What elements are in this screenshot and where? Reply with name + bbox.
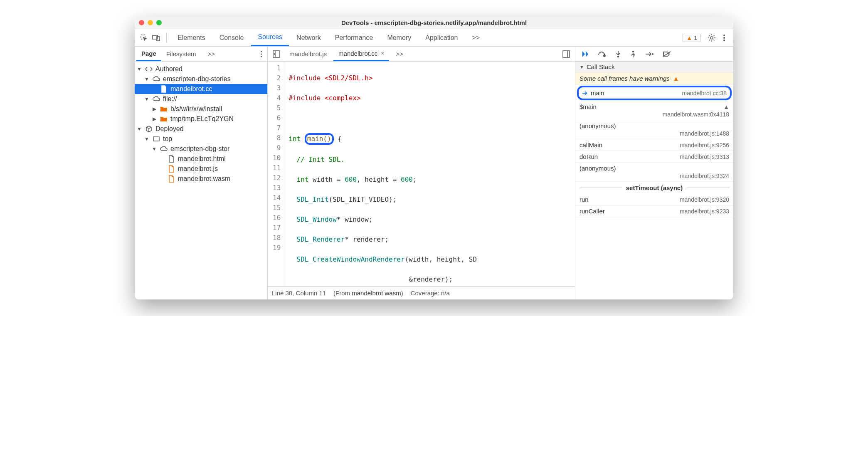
step-out-button[interactable] <box>630 50 636 58</box>
code-content: #include <SDL2/SDL.h> #include <complex>… <box>284 62 481 286</box>
inspect-icon[interactable] <box>138 34 150 42</box>
deactivate-breakpoints-button[interactable] <box>663 51 671 57</box>
navigator-tabs: Page Filesystem >> <box>135 47 267 62</box>
stack-frame[interactable]: (anonymous) mandelbrot.js:9324 <box>575 163 733 182</box>
frame-name: run <box>579 196 589 203</box>
tree-label: mandelbrot.js <box>178 165 218 173</box>
file-tabs-overflow[interactable]: >> <box>391 47 408 61</box>
file-icon <box>167 165 175 173</box>
tab-network[interactable]: Network <box>290 29 328 46</box>
tree-origin-authored[interactable]: ▼ emscripten-dbg-stories <box>135 74 267 84</box>
tree-frame-top[interactable]: ▼ top <box>135 134 267 144</box>
folder-icon <box>160 116 168 122</box>
kebab-menu-icon[interactable] <box>718 34 730 42</box>
tree-file-scheme[interactable]: ▼ file:// <box>135 94 267 104</box>
cursor-position: Line 38, Column 11 <box>272 289 326 297</box>
tab-performance[interactable]: Performance <box>328 29 380 46</box>
close-tab-icon[interactable]: × <box>381 50 384 57</box>
main-area: Page Filesystem >> ▼ Authored ▼ emscript… <box>135 47 733 299</box>
brackets-icon <box>145 66 153 72</box>
async-label: setTimeout (async) <box>626 184 683 191</box>
tree-origin-deployed[interactable]: ▼ emscripten-dbg-stor <box>135 144 267 154</box>
warning-text: Some call frames have warnings <box>579 75 670 82</box>
current-frame-arrow-icon: ➔ <box>582 89 587 97</box>
warning-icon: ▲ <box>723 104 729 110</box>
code-editor[interactable]: 12345678910111213141516171819 #include <… <box>268 62 575 286</box>
toggle-navigator-icon[interactable] <box>270 50 283 58</box>
frame-name: callMain <box>579 141 602 148</box>
tree-file-wasm[interactable]: mandelbrot.wasm <box>135 174 267 184</box>
stack-frame[interactable]: doRun mandelbrot.js:9313 <box>575 151 733 163</box>
svg-point-3 <box>710 37 713 39</box>
svg-point-17 <box>632 50 634 52</box>
tab-elements[interactable]: Elements <box>171 29 212 46</box>
tree-label: Deployed <box>155 125 184 133</box>
navigator-panel: Page Filesystem >> ▼ Authored ▼ emscript… <box>135 47 268 299</box>
editor-panel: mandelbrot.js mandelbrot.cc × >> 1234567… <box>268 47 575 299</box>
main-fn-highlight: main() <box>305 133 334 145</box>
frame-location: mandelbrot.js:9324 <box>680 173 729 179</box>
tree-label: b/s/w/ir/x/w/install <box>170 105 222 113</box>
tab-sources[interactable]: Sources <box>251 29 289 46</box>
file-tree: ▼ Authored ▼ emscripten-dbg-stories mand… <box>135 62 267 299</box>
nav-kebab-icon[interactable] <box>257 51 266 57</box>
tree-label: Authored <box>155 65 182 73</box>
toggle-debugger-icon[interactable] <box>560 50 572 58</box>
tree-file-js[interactable]: mandelbrot.js <box>135 164 267 174</box>
call-stack-header[interactable]: ▼ Call Stack <box>575 62 733 72</box>
stack-frame[interactable]: callMain mandelbrot.js:9256 <box>575 139 733 151</box>
tree-label: mandelbrot.wasm <box>178 175 230 183</box>
tabs-overflow[interactable]: >> <box>465 29 486 46</box>
stack-frame[interactable]: $main ▲ mandelbrot.wasm:0x4118 <box>575 101 733 120</box>
file-icon <box>167 155 175 163</box>
nav-tabs-overflow[interactable]: >> <box>203 47 220 61</box>
device-icon[interactable] <box>150 35 162 41</box>
tab-application[interactable]: Application <box>419 29 464 46</box>
svg-rect-2 <box>157 37 160 41</box>
settings-icon[interactable] <box>706 34 718 42</box>
frame-name: runCaller <box>579 208 605 215</box>
stack-frame[interactable]: run mandelbrot.js:9320 <box>575 194 733 205</box>
tree-folder-2[interactable]: ▶ tmp/tmp.ELcTq2YGN <box>135 114 267 124</box>
tree-label: tmp/tmp.ELcTq2YGN <box>170 115 234 123</box>
nav-tab-filesystem[interactable]: Filesystem <box>161 47 201 61</box>
tab-memory[interactable]: Memory <box>380 29 418 46</box>
frame-location: mandelbrot.wasm:0x4118 <box>663 111 729 118</box>
file-tab-js[interactable]: mandelbrot.js <box>284 47 332 61</box>
step-button[interactable] <box>645 52 653 57</box>
stack-frame[interactable]: (anonymous) mandelbrot.js:1488 <box>575 120 733 139</box>
frame-location: mandelbrot.js:9320 <box>680 196 729 203</box>
warnings-badge[interactable]: ▲ 1 <box>683 34 701 42</box>
svg-point-6 <box>723 40 725 41</box>
tab-console[interactable]: Console <box>213 29 251 46</box>
frame-location: mandelbrot.js:9256 <box>680 142 729 148</box>
divider <box>166 33 167 43</box>
resume-button[interactable] <box>581 50 589 58</box>
file-icon <box>167 175 175 183</box>
main-tabbar: Elements Console Sources Network Perform… <box>135 29 733 47</box>
coverage-info: Coverage: n/a <box>411 289 450 297</box>
cloud-icon <box>152 96 160 102</box>
tree-file-mandelbrot-cc[interactable]: mandelbrot.cc <box>135 84 267 94</box>
tree-label: file:// <box>163 95 177 103</box>
file-tab-cc[interactable]: mandelbrot.cc × <box>333 47 389 61</box>
step-into-button[interactable] <box>615 50 621 58</box>
tree-folder-1[interactable]: ▶ b/s/w/ir/x/w/install <box>135 104 267 114</box>
file-icon <box>160 85 168 93</box>
stack-frame[interactable]: runCaller mandelbrot.js:9233 <box>575 205 733 217</box>
step-over-button[interactable] <box>598 51 606 57</box>
devtools-window: DevTools - emscripten-dbg-stories.netlif… <box>135 17 733 299</box>
tree-label: mandelbrot.cc <box>170 85 212 93</box>
warning-icon: ▲ <box>673 75 679 82</box>
wasm-link[interactable]: mandelbrot.wasm <box>352 289 401 297</box>
cloud-icon <box>152 76 160 82</box>
tree-group-deployed[interactable]: ▼ Deployed <box>135 124 267 134</box>
frame-icon <box>152 136 160 141</box>
file-tab-label: mandelbrot.cc <box>338 50 377 57</box>
tree-group-authored[interactable]: ▼ Authored <box>135 64 267 74</box>
nav-tab-page[interactable]: Page <box>136 47 161 61</box>
tree-file-html[interactable]: mandelbrot.html <box>135 154 267 164</box>
stack-frame-current[interactable]: ➔ main mandelbrot.cc:38 <box>577 86 732 100</box>
window-title: DevTools - emscripten-dbg-stories.netlif… <box>135 19 733 26</box>
frame-location: mandelbrot.js:9313 <box>680 153 729 160</box>
